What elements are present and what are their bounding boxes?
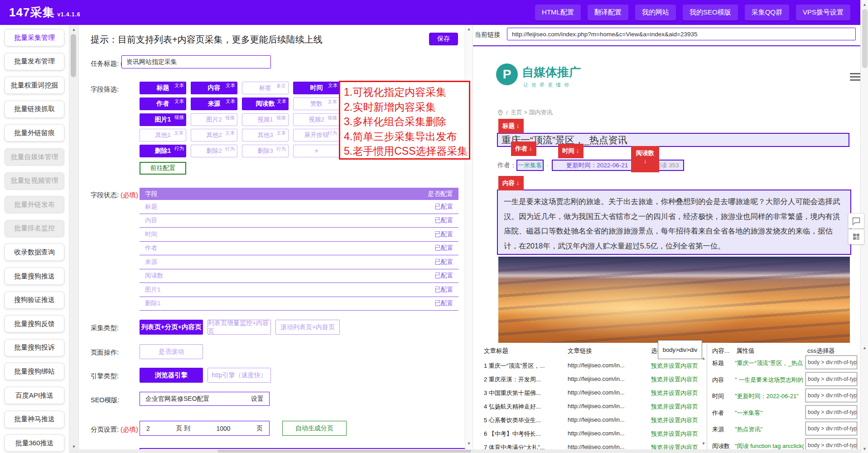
pagination-box[interactable]: 2 页 到 1000 页	[140, 421, 270, 436]
topnav-item[interactable]: VPS拨号设置	[796, 5, 850, 20]
article-link-cell[interactable]: http://feijiseo.com/in...	[568, 375, 644, 382]
configured-link[interactable]: 已配置	[435, 299, 453, 307]
field-filter-button[interactable]: 作者文本	[140, 97, 186, 110]
field-filter-button[interactable]: 图片2链接	[191, 113, 237, 126]
seo-template-box[interactable]: 企业官网装修SEO配置 设置	[140, 392, 270, 406]
scroll-up-icon[interactable]: ▲	[69, 27, 78, 32]
sidebar-item[interactable]: 收录数据查询	[5, 244, 64, 261]
field-filter-button[interactable]: 其他3文本	[242, 129, 289, 141]
css-selector-input[interactable]: body > div:nth-of-type(1) > d...	[805, 389, 857, 402]
field-filter-button[interactable]: 删除2行为	[191, 145, 237, 157]
sidebar-item[interactable]: 百度API推送	[5, 387, 64, 404]
scrollbar-thumb[interactable]	[862, 9, 868, 68]
field-filter-button[interactable]: 删除3行为	[242, 145, 289, 157]
css-selector-input[interactable]: body > div:nth-of-type(1) > d...	[805, 372, 857, 386]
field-filter-button[interactable]: 视频1链接	[242, 113, 289, 126]
engine-type-label: 引擎类型:	[91, 372, 119, 380]
scroll-up-icon[interactable]: ▲	[861, 346, 868, 350]
topnav-item[interactable]: 我的SEO模版	[683, 5, 738, 20]
sidebar-item[interactable]: 批量搜狗反馈	[5, 315, 64, 332]
collect-type-option[interactable]: 列表页增量监控+内容页	[207, 320, 271, 335]
sidebar-item[interactable]: 搜狗验证推送	[5, 292, 64, 309]
field-filter-button[interactable]: 展开按钮行为	[293, 129, 340, 141]
chat-widget-button[interactable]	[848, 213, 864, 229]
article-link-cell[interactable]: http://feijiseo.com/in...	[568, 362, 644, 369]
article-link-cell[interactable]: http://feijiseo.com/in...	[568, 430, 644, 437]
configured-link[interactable]: 已配置	[435, 203, 453, 211]
seo-template-settings[interactable]: 设置	[251, 395, 264, 403]
articles-table-header: 文章标题	[484, 347, 508, 355]
horizontal-scrollbar[interactable]	[69, 449, 860, 453]
css-selector-input[interactable]: body > div:nth-of-type(1) > d...	[805, 356, 857, 369]
article-link-cell[interactable]: http://feijiseo.com/in...	[568, 403, 644, 409]
preview-set-content-link[interactable]: 预览并设置内容页	[651, 389, 698, 397]
collect-type-option[interactable]: 滚动列表页+内容页	[275, 320, 340, 335]
page-action-option[interactable]: 是否滚动	[140, 344, 203, 359]
topnav-item[interactable]: 翻译配置	[588, 5, 628, 20]
preview-set-content-link[interactable]: 预览并设置内容页	[651, 416, 698, 424]
sidebar-scrollbar[interactable]: ▲ ▼	[69, 25, 79, 453]
scrollbar-thumb[interactable]	[71, 34, 76, 77]
field-filter-button[interactable]: 赞数文本	[293, 97, 340, 110]
preview-set-content-link[interactable]: 预览并设置内容页	[651, 375, 698, 384]
sidebar-item[interactable]: 批量发布管理	[5, 53, 64, 70]
field-filter-button[interactable]: 图片1链接	[140, 113, 186, 126]
topnav-item[interactable]: 我的网站	[635, 5, 676, 20]
preview-set-content-link[interactable]: 预览并设置内容页	[651, 362, 698, 370]
article-link-cell[interactable]: http://feijiseo.com/in...	[568, 416, 644, 423]
field-filter-button[interactable]: 内容文本	[191, 82, 237, 94]
topnav-item[interactable]: HTML配置	[535, 5, 581, 20]
scroll-down-icon[interactable]: ▼	[465, 441, 473, 446]
field-filter-button[interactable]: +	[293, 145, 340, 157]
page-from-value[interactable]: 2	[146, 425, 150, 432]
collect-type-option[interactable]: 列表页+分页+内容页	[140, 320, 203, 335]
task-title-input[interactable]	[121, 55, 271, 68]
qr-widget-button[interactable]	[848, 229, 864, 244]
goto-config-button[interactable]: 前往配置	[140, 162, 186, 175]
topnav-item[interactable]: 采集QQ群	[745, 5, 789, 20]
field-filter-button[interactable]: 时间文本	[293, 82, 340, 94]
field-filter-button[interactable]: 标签多文	[242, 82, 289, 94]
page-to-value[interactable]: 1000	[216, 425, 230, 432]
scroll-up-icon[interactable]: ▲	[465, 27, 473, 31]
sidebar-item[interactable]: 批量搜狗投诉	[5, 339, 64, 356]
engine-type-option[interactable]: http引擎（速度快）	[207, 368, 271, 383]
css-selector-input[interactable]: body > div:nth-of-type(1) > d...	[805, 405, 857, 419]
breadcrumb[interactable]: / 主页 > 国内资讯	[497, 108, 552, 117]
auto-generate-pages-button[interactable]: 自动生成分页	[282, 421, 347, 436]
article-link-cell[interactable]: http://feijiseo.com/in...	[568, 389, 644, 396]
field-filter-button[interactable]: 标题文本	[140, 82, 186, 94]
field-filter-button[interactable]: 删除1行为	[140, 145, 186, 157]
preview-set-content-link[interactable]: 预览并设置内容页	[651, 403, 698, 411]
field-filter-button[interactable]: 视频2链接	[293, 113, 340, 126]
preview-set-content-link[interactable]: 预览并设置内容页	[651, 430, 698, 438]
scroll-down-icon[interactable]: ▼	[701, 441, 706, 446]
sidebar-item[interactable]: 批量外链留痕	[5, 124, 64, 141]
field-filter-button[interactable]: 来源文本	[191, 97, 237, 110]
scroll-down-icon[interactable]: ▼	[69, 444, 78, 449]
sidebar-item[interactable]: 批量权重词挖掘	[5, 77, 64, 94]
scroll-down-icon[interactable]: ▼	[861, 447, 868, 451]
configured-link[interactable]: 已配置	[435, 216, 453, 224]
sidebar-item[interactable]: 批量搜狗推送	[5, 268, 64, 285]
sidebar-item[interactable]: 批量搜狗绑站	[5, 363, 64, 380]
sidebar-item[interactable]: 批量采集管理	[5, 29, 64, 46]
configured-link[interactable]: 已配置	[435, 230, 453, 239]
field-filter-button[interactable]: 阅读数文本	[242, 97, 289, 110]
field-filter-button[interactable]: 其他2文本	[191, 129, 237, 141]
css-selector-input[interactable]: body > div:nth-of-type(1) > d...	[805, 422, 857, 435]
configured-link[interactable]: 已配置	[435, 258, 453, 266]
configured-link[interactable]: 已配置	[435, 244, 453, 252]
configured-link[interactable]: 已配置	[435, 286, 453, 294]
scroll-up-icon[interactable]: ▲	[861, 2, 868, 7]
configured-link[interactable]: 已配置	[435, 272, 453, 280]
current-link-input[interactable]	[507, 28, 856, 40]
sidebar-item[interactable]: 批量链接抓取	[5, 101, 64, 118]
articles-scrollbar[interactable]: ▲ ▼	[701, 356, 706, 447]
save-button[interactable]: 保存	[429, 33, 458, 45]
scrollbar-thumb[interactable]	[217, 450, 471, 453]
sidebar-item[interactable]: 批量神马推送	[5, 411, 64, 428]
field-filter-button[interactable]: 其他1文本	[140, 129, 186, 141]
sidebar-item[interactable]: 批量360推送	[5, 434, 64, 452]
engine-type-option[interactable]: 浏览器引擎	[140, 368, 203, 383]
